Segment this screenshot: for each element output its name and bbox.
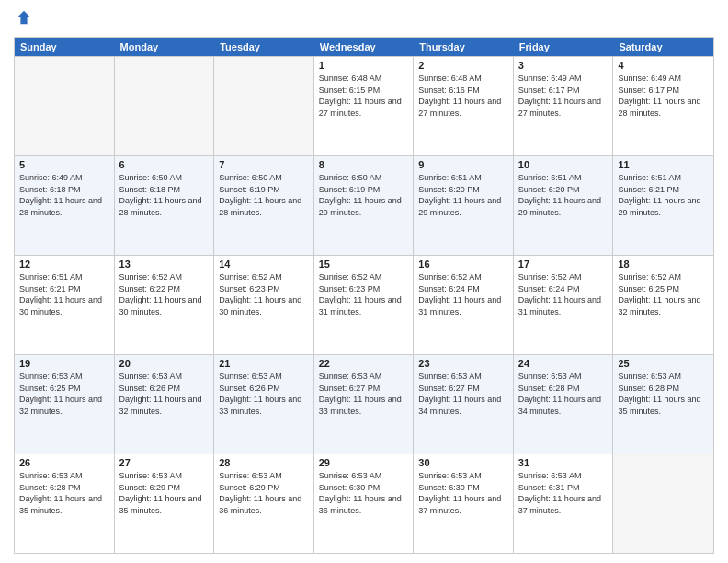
day-number: 29 — [319, 457, 409, 468]
day-number: 3 — [518, 60, 609, 71]
calendar-week: 1Sunrise: 6:48 AMSunset: 6:15 PMDaylight… — [15, 56, 713, 155]
calendar-cell: 3Sunrise: 6:49 AMSunset: 6:17 PMDaylight… — [514, 57, 614, 155]
day-number: 1 — [319, 60, 409, 71]
calendar-cell: 11Sunrise: 6:51 AMSunset: 6:21 PMDayligh… — [613, 156, 713, 255]
day-number: 4 — [618, 60, 709, 71]
day-number: 7 — [219, 159, 309, 170]
day-info: Sunrise: 6:52 AMSunset: 6:25 PMDaylight:… — [618, 271, 709, 317]
calendar-body: 1Sunrise: 6:48 AMSunset: 6:15 PMDaylight… — [15, 56, 713, 553]
day-info: Sunrise: 6:53 AMSunset: 6:25 PMDaylight:… — [19, 371, 109, 417]
day-info: Sunrise: 6:53 AMSunset: 6:30 PMDaylight:… — [319, 470, 409, 516]
logo-icon — [16, 9, 32, 26]
calendar-cell: 25Sunrise: 6:53 AMSunset: 6:28 PMDayligh… — [613, 355, 713, 454]
calendar-cell: 30Sunrise: 6:53 AMSunset: 6:30 PMDayligh… — [414, 454, 514, 553]
day-number: 5 — [19, 159, 109, 170]
day-info: Sunrise: 6:51 AMSunset: 6:20 PMDaylight:… — [418, 172, 508, 218]
calendar-cell: 9Sunrise: 6:51 AMSunset: 6:20 PMDaylight… — [414, 156, 514, 255]
calendar-cell: 12Sunrise: 6:51 AMSunset: 6:21 PMDayligh… — [15, 256, 115, 354]
calendar-header-cell: Monday — [115, 38, 215, 56]
day-info: Sunrise: 6:53 AMSunset: 6:28 PMDaylight:… — [618, 371, 709, 417]
calendar-cell: 16Sunrise: 6:52 AMSunset: 6:24 PMDayligh… — [414, 256, 514, 354]
day-info: Sunrise: 6:50 AMSunset: 6:19 PMDaylight:… — [219, 172, 309, 218]
day-number: 24 — [518, 358, 609, 369]
calendar-cell: 31Sunrise: 6:53 AMSunset: 6:31 PMDayligh… — [514, 454, 614, 553]
calendar-cell: 23Sunrise: 6:53 AMSunset: 6:27 PMDayligh… — [414, 355, 514, 454]
calendar-cell: 24Sunrise: 6:53 AMSunset: 6:28 PMDayligh… — [514, 355, 614, 454]
day-info: Sunrise: 6:51 AMSunset: 6:21 PMDaylight:… — [19, 271, 109, 317]
calendar-cell: 7Sunrise: 6:50 AMSunset: 6:19 PMDaylight… — [214, 156, 314, 255]
calendar-cell: 21Sunrise: 6:53 AMSunset: 6:26 PMDayligh… — [214, 355, 314, 454]
calendar-cell — [214, 57, 314, 155]
day-info: Sunrise: 6:52 AMSunset: 6:22 PMDaylight:… — [119, 271, 210, 317]
calendar-cell: 8Sunrise: 6:50 AMSunset: 6:19 PMDaylight… — [314, 156, 415, 255]
day-number: 30 — [418, 457, 508, 468]
day-info: Sunrise: 6:52 AMSunset: 6:24 PMDaylight:… — [418, 271, 508, 317]
day-number: 14 — [219, 259, 309, 270]
calendar-cell: 6Sunrise: 6:50 AMSunset: 6:18 PMDaylight… — [115, 156, 215, 255]
day-number: 31 — [518, 457, 609, 468]
day-number: 26 — [19, 457, 109, 468]
day-number: 13 — [119, 259, 210, 270]
calendar-week: 12Sunrise: 6:51 AMSunset: 6:21 PMDayligh… — [15, 255, 713, 354]
day-number: 8 — [319, 159, 409, 170]
calendar-cell: 13Sunrise: 6:52 AMSunset: 6:22 PMDayligh… — [115, 256, 215, 354]
calendar-week: 26Sunrise: 6:53 AMSunset: 6:28 PMDayligh… — [15, 454, 713, 553]
day-info: Sunrise: 6:50 AMSunset: 6:18 PMDaylight:… — [119, 172, 210, 218]
day-number: 22 — [319, 358, 409, 369]
day-number: 28 — [219, 457, 309, 468]
calendar-cell: 18Sunrise: 6:52 AMSunset: 6:25 PMDayligh… — [613, 256, 713, 354]
day-number: 17 — [518, 259, 609, 270]
day-info: Sunrise: 6:51 AMSunset: 6:20 PMDaylight:… — [518, 172, 609, 218]
calendar-cell: 29Sunrise: 6:53 AMSunset: 6:30 PMDayligh… — [314, 454, 415, 553]
calendar-header-cell: Saturday — [613, 38, 713, 56]
day-number: 15 — [319, 259, 409, 270]
day-number: 6 — [119, 159, 210, 170]
svg-marker-0 — [17, 11, 30, 24]
day-number: 9 — [418, 159, 508, 170]
day-info: Sunrise: 6:49 AMSunset: 6:17 PMDaylight:… — [618, 73, 709, 119]
day-number: 20 — [119, 358, 210, 369]
day-info: Sunrise: 6:53 AMSunset: 6:26 PMDaylight:… — [119, 371, 210, 417]
day-info: Sunrise: 6:53 AMSunset: 6:29 PMDaylight:… — [219, 470, 309, 516]
day-info: Sunrise: 6:53 AMSunset: 6:27 PMDaylight:… — [319, 371, 409, 417]
day-number: 27 — [119, 457, 210, 468]
calendar-cell: 10Sunrise: 6:51 AMSunset: 6:20 PMDayligh… — [514, 156, 614, 255]
calendar-header-cell: Sunday — [15, 38, 115, 56]
calendar-week: 5Sunrise: 6:49 AMSunset: 6:18 PMDaylight… — [15, 155, 713, 255]
calendar-cell: 5Sunrise: 6:49 AMSunset: 6:18 PMDaylight… — [15, 156, 115, 255]
calendar-cell: 26Sunrise: 6:53 AMSunset: 6:28 PMDayligh… — [15, 454, 115, 553]
calendar-cell: 2Sunrise: 6:48 AMSunset: 6:16 PMDaylight… — [414, 57, 514, 155]
calendar-cell: 22Sunrise: 6:53 AMSunset: 6:27 PMDayligh… — [314, 355, 415, 454]
day-info: Sunrise: 6:48 AMSunset: 6:16 PMDaylight:… — [418, 73, 508, 119]
page: SundayMondayTuesdayWednesdayThursdayFrid… — [0, 0, 728, 563]
day-info: Sunrise: 6:53 AMSunset: 6:27 PMDaylight:… — [418, 371, 508, 417]
day-info: Sunrise: 6:51 AMSunset: 6:21 PMDaylight:… — [618, 172, 709, 218]
calendar-header-cell: Thursday — [414, 38, 514, 56]
day-info: Sunrise: 6:53 AMSunset: 6:31 PMDaylight:… — [518, 470, 609, 516]
calendar-cell — [115, 57, 215, 155]
calendar-cell: 1Sunrise: 6:48 AMSunset: 6:15 PMDaylight… — [314, 57, 415, 155]
day-number: 23 — [418, 358, 508, 369]
calendar-header-cell: Tuesday — [214, 38, 314, 56]
day-info: Sunrise: 6:50 AMSunset: 6:19 PMDaylight:… — [319, 172, 409, 218]
calendar-cell: 14Sunrise: 6:52 AMSunset: 6:23 PMDayligh… — [214, 256, 314, 354]
day-info: Sunrise: 6:49 AMSunset: 6:17 PMDaylight:… — [518, 73, 609, 119]
day-info: Sunrise: 6:52 AMSunset: 6:24 PMDaylight:… — [518, 271, 609, 317]
calendar-header-cell: Wednesday — [314, 38, 415, 56]
calendar-cell: 20Sunrise: 6:53 AMSunset: 6:26 PMDayligh… — [115, 355, 215, 454]
calendar-cell: 19Sunrise: 6:53 AMSunset: 6:25 PMDayligh… — [15, 355, 115, 454]
calendar-header: SundayMondayTuesdayWednesdayThursdayFrid… — [15, 38, 713, 56]
day-info: Sunrise: 6:53 AMSunset: 6:28 PMDaylight:… — [518, 371, 609, 417]
calendar-cell — [613, 454, 713, 553]
day-number: 11 — [618, 159, 709, 170]
day-info: Sunrise: 6:52 AMSunset: 6:23 PMDaylight:… — [219, 271, 309, 317]
calendar-week: 19Sunrise: 6:53 AMSunset: 6:25 PMDayligh… — [15, 354, 713, 454]
day-info: Sunrise: 6:53 AMSunset: 6:26 PMDaylight:… — [219, 371, 309, 417]
day-info: Sunrise: 6:49 AMSunset: 6:18 PMDaylight:… — [19, 172, 109, 218]
day-number: 19 — [19, 358, 109, 369]
day-info: Sunrise: 6:53 AMSunset: 6:29 PMDaylight:… — [119, 470, 210, 516]
day-info: Sunrise: 6:48 AMSunset: 6:15 PMDaylight:… — [319, 73, 409, 119]
logo — [14, 9, 32, 29]
day-number: 2 — [418, 60, 508, 71]
calendar: SundayMondayTuesdayWednesdayThursdayFrid… — [14, 37, 714, 554]
